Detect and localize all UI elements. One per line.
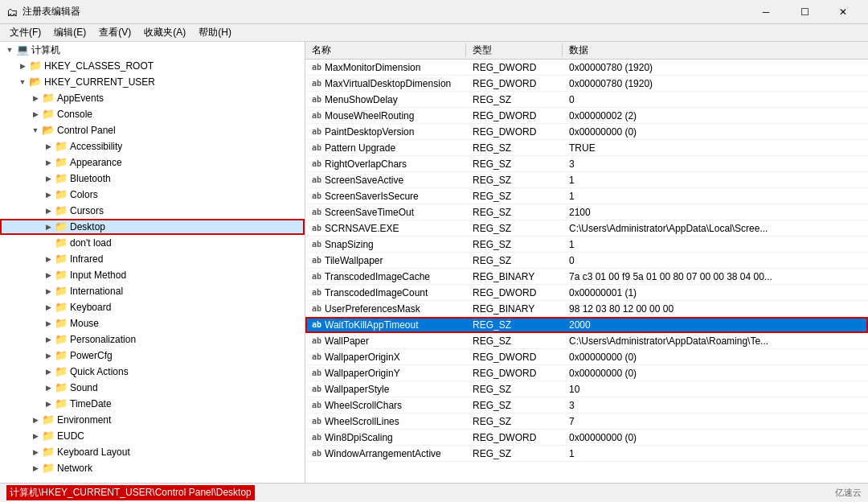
expand-icon[interactable]: ▼	[16, 76, 29, 88]
expand-icon[interactable]: ▶	[42, 172, 55, 185]
tree-item[interactable]: ▶📁AppEvents	[0, 90, 305, 106]
tree-item[interactable]: ▶📁Cursors	[0, 203, 305, 219]
reg-cell-data: 2000	[563, 319, 868, 331]
reg-cell-name: abSCRNSAVE.EXE	[305, 223, 466, 234]
expand-icon[interactable]: ▶	[42, 188, 55, 201]
registry-row[interactable]: abTileWallpaperREG_SZ0	[305, 253, 868, 269]
registry-row[interactable]: abWindowArrangementActiveREG_SZ1	[305, 446, 868, 462]
expand-icon[interactable]: ▶	[42, 333, 55, 346]
expand-icon[interactable]: ▶	[42, 301, 55, 314]
expand-icon[interactable]: ▶	[29, 462, 42, 475]
registry-row[interactable]: abUserPreferencesMaskREG_BINARY98 12 03 …	[305, 301, 868, 317]
tree-item[interactable]: ▶📁Keyboard	[0, 299, 305, 315]
registry-row[interactable]: abMenuShowDelayREG_SZ0	[305, 92, 868, 108]
menu-edit[interactable]: 编辑(E)	[47, 24, 92, 41]
tree-item[interactable]: ▶📁PowerCfg	[0, 348, 305, 364]
tree-item[interactable]: ▶📁Accessibility	[0, 138, 305, 154]
expand-icon[interactable]: ▶	[29, 446, 42, 459]
expand-icon[interactable]: ▼	[3, 43, 16, 56]
tree-item[interactable]: ▼📂HKEY_CURRENT_USER	[0, 74, 305, 90]
minimize-button[interactable]: ─	[747, 0, 784, 24]
tree-item[interactable]: ▶📁Quick Actions	[0, 364, 305, 380]
expand-icon[interactable]: ▶	[29, 430, 42, 442]
registry-row[interactable]: abWallPaperREG_SZC:\Users\Administrator\…	[305, 333, 868, 349]
expand-icon[interactable]: ▶	[29, 414, 42, 426]
tree-item[interactable]: ▼📂Control Panel	[0, 122, 305, 138]
menu-help[interactable]: 帮助(H)	[192, 24, 238, 41]
registry-row[interactable]: abRightOverlapCharsREG_SZ3	[305, 156, 868, 172]
registry-row[interactable]: abTranscodedImageCountREG_DWORD0x0000000…	[305, 285, 868, 301]
registry-row[interactable]: abScreenSaveActiveREG_SZ1	[305, 172, 868, 188]
tree-item[interactable]: ▶📁Personalization	[0, 331, 305, 348]
registry-row[interactable]: abWaitToKillAppTimeoutREG_SZ2000	[305, 317, 868, 333]
reg-cell-type: REG_BINARY	[466, 271, 563, 282]
expand-icon[interactable]: ▶	[29, 92, 42, 105]
expand-icon[interactable]: ▼	[29, 124, 42, 137]
expand-icon[interactable]: ▶	[42, 253, 55, 265]
expand-icon[interactable]: ▶	[42, 285, 55, 298]
tree-panel: ▼💻计算机▶📁HKEY_CLASSES_ROOT▼📂HKEY_CURRENT_U…	[0, 42, 305, 483]
tree-item[interactable]: ▶📁Infrared	[0, 251, 305, 267]
tree-item[interactable]: ▶📁Keyboard Layout	[0, 444, 305, 460]
menu-view[interactable]: 查看(V)	[92, 24, 137, 41]
expand-icon[interactable]: ▶	[16, 60, 29, 72]
expand-icon[interactable]: ▶	[42, 140, 55, 153]
tree-item-label: Network	[57, 463, 92, 474]
tree-scroll[interactable]: ▼💻计算机▶📁HKEY_CLASSES_ROOT▼📂HKEY_CURRENT_U…	[0, 42, 305, 483]
registry-row[interactable]: abScreenSaverIsSecureREG_SZ1	[305, 188, 868, 204]
tree-item[interactable]: ▼💻计算机	[0, 42, 305, 58]
maximize-button[interactable]: ☐	[786, 0, 823, 24]
reg-cell-data: 7a c3 01 00 f9 5a 01 00 80 07 00 00 38 0…	[563, 271, 868, 282]
expand-icon[interactable]: ▶	[29, 108, 42, 121]
registry-row[interactable]: abPattern UpgradeREG_SZTRUE	[305, 140, 868, 156]
menu-file[interactable]: 文件(F)	[3, 24, 47, 41]
registry-row[interactable]: abWheelScrollLinesREG_SZ7	[305, 414, 868, 430]
registry-row[interactable]: abWin8DpiScalingREG_DWORD0x00000000 (0)	[305, 430, 868, 446]
reg-cell-name: abMaxMonitorDimension	[305, 62, 466, 73]
registry-scroll[interactable]: 名称 类型 数据 abMaxMonitorDimensionREG_DWORD0…	[305, 42, 868, 483]
expand-icon[interactable]: ▶	[42, 156, 55, 169]
expand-icon[interactable]: ▶	[42, 381, 55, 394]
registry-row[interactable]: abPaintDesktopVersionREG_DWORD0x00000000…	[305, 124, 868, 140]
registry-row[interactable]: abWallpaperOriginYREG_DWORD0x00000000 (0…	[305, 365, 868, 381]
tree-item[interactable]: ▶📁Desktop	[0, 219, 305, 235]
registry-row[interactable]: abMaxVirtualDesktopDimensionREG_DWORD0x0…	[305, 76, 868, 92]
registry-row[interactable]: abTranscodedImageCacheREG_BINARY7a c3 01…	[305, 269, 868, 285]
registry-row[interactable]: abMouseWheelRoutingREG_DWORD0x00000002 (…	[305, 108, 868, 124]
tree-item[interactable]: ▶📁Console	[0, 106, 305, 122]
expand-icon[interactable]: ▶	[42, 269, 55, 282]
tree-item[interactable]: ▶📁Mouse	[0, 315, 305, 331]
menu-favorites[interactable]: 收藏夹(A)	[137, 24, 192, 41]
registry-row[interactable]: abScreenSaveTimeOutREG_SZ2100	[305, 204, 868, 220]
tree-item[interactable]: ▶📁TimeDate	[0, 396, 305, 412]
registry-row[interactable]: abWallpaperStyleREG_SZ10	[305, 381, 868, 397]
expand-icon[interactable]: ▶	[42, 220, 55, 233]
expand-icon[interactable]: ▶	[42, 365, 55, 378]
tree-item[interactable]: ▶📁Bluetooth	[0, 171, 305, 187]
expand-icon[interactable]: ▶	[42, 397, 55, 410]
registry-row[interactable]: abWheelScrollCharsREG_SZ3	[305, 397, 868, 414]
expand-icon[interactable]: ▶	[42, 204, 55, 217]
reg-type-icon: ab	[312, 352, 321, 361]
tree-item[interactable]: ▶📁EUDC	[0, 428, 305, 444]
expand-icon[interactable]: ▶	[42, 349, 55, 362]
registry-row[interactable]: abWallpaperOriginXREG_DWORD0x00000000 (0…	[305, 349, 868, 365]
reg-cell-name: abWindowArrangementActive	[305, 448, 466, 459]
registry-row[interactable]: abSCRNSAVE.EXEREG_SZC:\Users\Administrat…	[305, 220, 868, 237]
tree-item[interactable]: ▶📁International	[0, 283, 305, 299]
tree-item[interactable]: ▶📁HKEY_CLASSES_ROOT	[0, 58, 305, 74]
tree-item[interactable]: ▶📁Input Method	[0, 267, 305, 283]
registry-row[interactable]: abSnapSizingREG_SZ1	[305, 237, 868, 253]
tree-item[interactable]: ▶📁Appearance	[0, 154, 305, 171]
right-panel: 名称 类型 数据 abMaxMonitorDimensionREG_DWORD0…	[305, 42, 868, 483]
tree-item[interactable]: ▶📁Network	[0, 460, 305, 476]
tree-item[interactable]: ▶📁Environment	[0, 412, 305, 428]
registry-row[interactable]: abMaxMonitorDimensionREG_DWORD0x00000780…	[305, 60, 868, 76]
tree-item[interactable]: 📁don't load	[0, 235, 305, 251]
tree-item[interactable]: ▶📁Colors	[0, 187, 305, 203]
expand-icon[interactable]: ▶	[42, 317, 55, 330]
expand-icon[interactable]	[42, 237, 55, 249]
tree-item[interactable]: ▶📁Sound	[0, 380, 305, 396]
close-button[interactable]: ✕	[825, 0, 862, 24]
reg-cell-data: C:\Users\Administrator\AppData\Local\Scr…	[563, 223, 868, 234]
